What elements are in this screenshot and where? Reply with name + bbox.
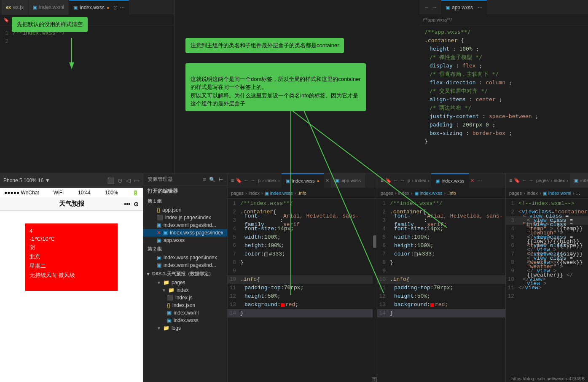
open-file-index-wxss-g1[interactable]: ✕ ▣ index.wxss pages\index [143,229,227,237]
tab-index-wxss-wxml[interactable]: ▣ index.wxss [570,173,588,188]
search-icon[interactable]: 🔍 [209,177,215,183]
open-file-index-wxml-g2[interactable]: ▣ index.wxml pages\ind... [143,261,227,269]
tree-index-js[interactable]: ⬛ index.js [143,294,227,301]
wxss-file-icon2: ▣ [163,230,168,236]
wxss-line-12: 12 height : 50%; [377,292,505,301]
folder-name: logs [172,325,181,331]
list-icon2[interactable]: ≡ [231,178,234,183]
delete-mark: ✕ [157,230,161,236]
wxss-editor-tabs: ≡ 🔖 ← → p › index › ▣ index.wxss ✕ ⋯ [377,173,505,188]
top-section: ex ex.js ▣ index.wxml ▣ index.wxss ● ⊡ ⋯… [0,0,588,173]
tab-label: ex.js [13,4,24,10]
wxss-line-14: 14 } [377,309,505,317]
more-icon3: ⋯ [478,178,482,183]
nav-back2[interactable]: ← [244,178,249,183]
css-code-line-11: 11 padding-top : 70rpx ; [228,284,377,292]
wxml-icon: ▣ [33,5,37,10]
tab-index-wxss-css[interactable]: ▣ index.wxss ● [282,173,324,188]
weather-display: 无持续风向 微风级 [30,272,113,279]
list-icon4[interactable]: ≡ [509,178,512,183]
tree-pages-folder[interactable]: ▼ 📁 pages [143,279,227,286]
tab-ex-js[interactable]: ex ex.js [2,0,28,15]
tab-label: index.wxss [80,5,105,11]
group2-label: 第 2 组 [143,244,227,254]
editor-tabs-top-right: ← → ▣ app.wxss ⋯ [419,0,588,15]
expand-arrow-pages[interactable]: ▼ [157,280,161,285]
open-file-index-wxml-g1[interactable]: ▣ index.wxml pages\ind... [143,221,227,229]
scrollbar-thumb[interactable] [373,235,376,248]
tab-label: app.wxss [452,5,473,11]
tab-index-wxml-top[interactable]: ▣ index.wxml [29,0,68,15]
signal-status: ●●●●● WeChat [4,190,39,196]
nav-fwd3[interactable]: → [400,178,405,183]
bookmark-icon3: 🔖 [385,178,392,183]
code-line: padding : 200rpx 0 ; [421,121,586,129]
wxml-file-icon: ▣ [157,222,161,228]
expand-arrow-logs[interactable]: ▼ [157,326,161,331]
code-line: /* 两边均布 */ [421,104,586,112]
css-code-line-14: 14 } [228,309,377,317]
breadcrumb-css: pages › index › ▣ index.wxss › .info [228,188,377,199]
nav-fwd4[interactable]: → [529,178,534,183]
code-content-top-right: /**app.wxss**/ .container { height : 100… [419,25,588,173]
open-file-app-wxss[interactable]: ▣ app.wxss [143,237,227,244]
wxss-line-9: 9 [377,267,505,275]
bookmark-icon4: 🔖 [514,178,520,183]
tree-index-folder[interactable]: ▼ 📁 index [143,286,227,294]
json-icon2: {} [167,302,170,308]
wxss-line-11: 11 padding-top : 70rpx; [377,284,505,292]
wxml-editor-panel: ≡ 🔖 ← → pages › index › ▣ index.wxss ▣ i… [506,173,588,382]
css-code-line-13: 13 background : red ; [228,301,377,309]
info-selector-label: .info [447,191,456,196]
tree-logs-folder[interactable]: ▼ 📁 logs [143,324,227,332]
more-icon: ⋯ [120,5,125,11]
expand-arrow-index[interactable]: ▼ [162,288,166,293]
tree-index-wxss[interactable]: ▣ index.wxss [143,317,227,324]
section-label-text: DAY-1-天气预报（数据绑定） [152,271,213,277]
js-icon: ex [6,5,11,10]
lowhigh-display: -1℃/10℃ [30,236,113,242]
close-x[interactable]: ✕ [470,178,474,183]
tree-index-json[interactable]: {} index.json [143,301,227,309]
open-file-index-wxss-g2[interactable]: ▣ index.wxss pages\index [143,254,227,261]
nav-title: 天气预报 [59,200,84,208]
css-code-line-8: 8 } [228,258,377,267]
wxss-editor-panel: ≡ 🔖 ← → p › index › ▣ index.wxss ✕ ⋯ pag… [377,173,506,382]
nav-fwd-icon[interactable]: → [432,4,437,10]
tab-app-wxss[interactable]: ▣ app.wxss ⋯ [441,0,487,15]
tab-label: index.wxss [580,178,588,183]
list-icon3[interactable]: ≡ [381,178,384,183]
nav-back-icon[interactable]: ← [424,4,430,10]
wifi-icon: WiFi [54,190,64,196]
annotation-bubble-3: 这就说明这两个是同一个dom标签，所以全局的样式和这里的container 的样… [185,63,366,111]
scrollbar-track[interactable] [373,199,377,382]
refresh-icon[interactable]: ⊙ [118,177,123,184]
expand-arrow[interactable]: ▼ [146,272,150,277]
css-editor-tabs: ≡ 🔖 ← → p › index › ▣ index.wxss ● ✕ ▣ a… [228,173,377,188]
tab-wxss-active[interactable]: ▣ index.wxss [431,173,469,188]
tree-index-wxml[interactable]: ▣ index.wxml [143,309,227,317]
nav-fwd2[interactable]: → [250,178,255,183]
code-area-wxss: 1 /**index.wxss**/ 2 .container { 3 font… [377,199,505,382]
js-icon2: ⬛ [167,295,173,301]
css-code-line-7: 7 color : #333 ; [228,250,377,258]
open-file-app-json[interactable]: {} app.json [143,206,227,214]
wxss-file-icon4: ▣ [157,255,161,261]
css-code-line-1: 1 /**index.wxss**/ [228,199,377,208]
css-code-line-5: 5 width : 100% ; [228,233,377,242]
wxml-editor-tabs: ≡ 🔖 ← → pages › index › ▣ index.wxss ▣ i… [506,173,588,188]
tab-app-wxss-css[interactable]: ▣ app.wxss [331,173,365,188]
phone-model-label: Phone 5 100% 16 ▼ [3,178,50,183]
list-icon[interactable]: ≡ [203,177,206,183]
phone-screen: ●●●●● WeChat WiFi 10:44 100% 🔋 天气预报 ••• … [0,188,143,382]
tab-index-wxss-top[interactable]: ▣ index.wxss ● ⊡ ⋯ [69,0,129,15]
code-line: align-items : center ; [421,95,586,104]
file-name: index.js pages\index [165,215,211,221]
split-icon[interactable]: ⊢ [219,177,223,183]
code-area-wxml: 1 <!--index.wxml--> 2 < view class = "co… [506,199,588,382]
nav-back4[interactable]: ← [522,178,527,183]
nav-back3[interactable]: ← [393,178,398,183]
section-project: ▼ DAY-1-天气预报（数据绑定） [143,269,227,279]
open-file-index-js[interactable]: ⬛ index.js pages\index [143,214,227,221]
wxss-line-13: 13 background : red; [377,301,505,309]
